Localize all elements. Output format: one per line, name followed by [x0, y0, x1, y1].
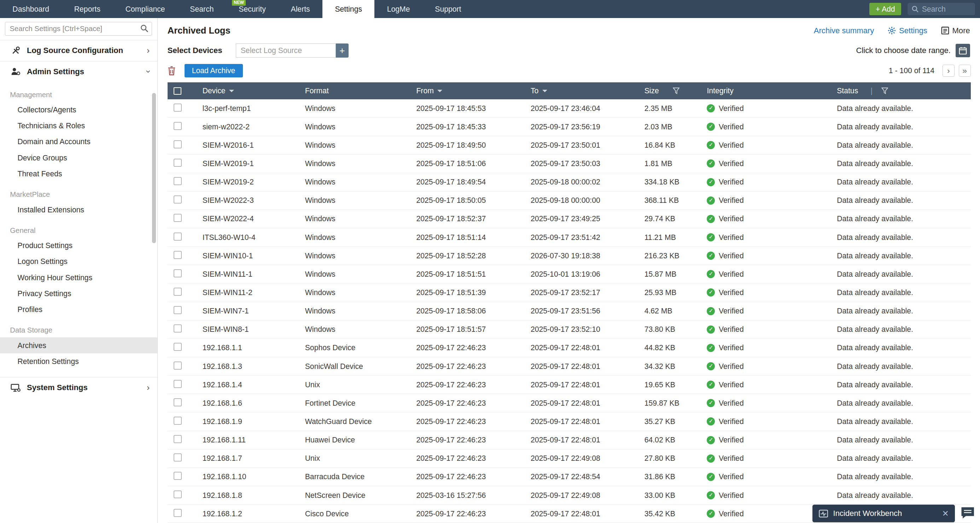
sidebar-item-archives[interactable]: Archives [0, 337, 158, 353]
table-row: SIEM-W2022-4Windows2025-09-17 18:52:3720… [167, 210, 971, 228]
nav-tab-alerts[interactable]: Alerts [278, 0, 323, 18]
row-checkbox[interactable] [173, 269, 182, 277]
row-checkbox[interactable] [173, 103, 182, 112]
sidebar-item-admin-settings[interactable]: Admin Settings › [0, 62, 158, 82]
settings-link[interactable]: Settings [888, 26, 928, 35]
sidebar-item-profiles[interactable]: Profiles [0, 301, 158, 317]
incident-workbench-bar[interactable]: Incident Workbench ✕ [813, 505, 955, 522]
cell-status: Data already available. [832, 491, 971, 500]
select-all-checkbox[interactable] [173, 87, 181, 95]
row-checkbox[interactable] [173, 472, 182, 480]
table-row: 192.168.1.1Sophos Device2025-09-17 22:46… [167, 339, 971, 357]
sidebar-item-privacy-settings[interactable]: Privacy Settings [0, 286, 158, 301]
filter-funnel-icon[interactable] [673, 87, 679, 94]
close-icon[interactable]: ✕ [942, 509, 948, 518]
row-checkbox[interactable] [173, 343, 182, 351]
chat-bubble-icon[interactable] [960, 506, 977, 520]
row-checkbox[interactable] [173, 288, 182, 296]
nav-tab-compliance[interactable]: Compliance [113, 0, 178, 18]
sidebar-scrollbar[interactable] [152, 93, 156, 243]
row-checkbox[interactable] [173, 435, 182, 443]
nav-tab-support[interactable]: Support [423, 0, 474, 18]
integrity-label: Verified [719, 325, 744, 334]
integrity-label: Verified [719, 417, 744, 426]
column-header-integrity[interactable]: Integrity [702, 87, 832, 95]
column-header-size[interactable]: Size [640, 87, 702, 95]
sidebar-section-title: MarketPlace [10, 191, 157, 199]
row-checkbox[interactable] [173, 214, 182, 222]
last-page-button[interactable]: » [959, 65, 971, 77]
row-checkbox[interactable] [173, 453, 182, 461]
add-log-source-button[interactable]: + [336, 43, 348, 58]
incident-workbench-label: Incident Workbench [833, 509, 937, 518]
row-checkbox[interactable] [173, 491, 182, 499]
cell-device: l3c-perf-temp1 [195, 104, 300, 113]
nav-search-box[interactable]: Search [907, 3, 975, 15]
more-menu[interactable]: More [941, 26, 970, 35]
row-checkbox[interactable] [173, 324, 182, 332]
load-archive-button[interactable]: Load Archive [185, 64, 243, 77]
sidebar-item-device-groups[interactable]: Device Groups [0, 150, 158, 166]
row-checkbox[interactable] [173, 306, 182, 314]
sidebar-item-threat-feeds[interactable]: Threat Feeds [0, 166, 158, 182]
settings-search-input[interactable] [5, 22, 152, 36]
sidebar-item-domain-and-accounts[interactable]: Domain and Accounts [0, 134, 158, 150]
cell-device: SIEM-W2022-4 [195, 215, 300, 223]
nav-tab-logme[interactable]: LogMe [374, 0, 423, 18]
integrity-label: Verified [719, 472, 744, 481]
next-page-button[interactable]: › [942, 65, 955, 77]
row-checkbox[interactable] [173, 140, 182, 148]
column-header-format[interactable]: Format [300, 87, 412, 95]
more-icon [941, 27, 949, 35]
calendar-button[interactable] [956, 44, 970, 57]
row-checkbox[interactable] [173, 251, 182, 259]
delete-button[interactable] [167, 66, 176, 76]
sidebar-section-title: General [10, 227, 157, 235]
cell-to: 2025-09-17 23:51:56 [526, 307, 640, 315]
row-checkbox[interactable] [173, 196, 182, 203]
row-checkbox[interactable] [173, 380, 182, 388]
archive-summary-link[interactable]: Archive summary [814, 26, 874, 35]
filter-funnel-icon[interactable] [881, 87, 888, 94]
table-row: siem-w2022-2Windows2025-09-17 18:45:3320… [167, 118, 971, 136]
row-checkbox[interactable] [173, 159, 182, 167]
row-checkbox[interactable] [173, 232, 182, 241]
cell-format: Windows [300, 288, 412, 297]
nav-tab-security[interactable]: NEWSecurity [226, 0, 278, 18]
sidebar-item-working-hour-settings[interactable]: Working Hour Settings [0, 270, 158, 286]
row-checkbox[interactable] [173, 416, 182, 425]
column-header-device[interactable]: Device [195, 87, 300, 95]
cell-from: 2025-09-17 22:46:23 [411, 436, 526, 444]
sidebar-item-collectors-agents[interactable]: Collectors/Agents [0, 102, 158, 118]
more-label: More [952, 26, 970, 35]
cell-format: Windows [300, 122, 412, 131]
sidebar-item-technicians-roles[interactable]: Technicians & Roles [0, 118, 158, 134]
nav-tab-settings[interactable]: Settings [323, 0, 374, 18]
nav-tab-dashboard[interactable]: Dashboard [0, 0, 62, 18]
column-header-from[interactable]: From [411, 87, 526, 95]
column-header-to[interactable]: To [526, 87, 640, 95]
sidebar-item-logon-settings[interactable]: Logon Settings [0, 254, 158, 270]
nav-tab-search[interactable]: Search [178, 0, 226, 18]
main-header: Archived Logs Archive summary Settings M… [158, 18, 980, 42]
column-header-status[interactable]: Status | [832, 87, 971, 95]
row-checkbox[interactable] [173, 509, 182, 517]
sidebar-item-installed-extensions[interactable]: Installed Extensions [0, 202, 158, 218]
sidebar-item-retention-settings[interactable]: Retention Settings [0, 353, 158, 369]
cell-to: 2025-09-17 23:51:42 [526, 233, 640, 242]
row-checkbox[interactable] [173, 122, 182, 130]
verified-check-icon: ✓ [707, 233, 715, 242]
nav-tab-reports[interactable]: Reports [62, 0, 113, 18]
log-source-input[interactable] [236, 43, 336, 58]
sidebar-item-system-settings[interactable]: System Settings › [0, 377, 158, 398]
row-checkbox[interactable] [173, 361, 182, 370]
sidebar-item-product-settings[interactable]: Product Settings [0, 238, 158, 254]
sidebar-item-log-source-configuration[interactable]: Log Source Configuration › [0, 40, 158, 61]
row-checkbox[interactable] [173, 398, 182, 406]
cell-from: 2025-09-17 22:46:23 [411, 381, 526, 389]
add-button[interactable]: + Add [869, 3, 901, 15]
verified-check-icon: ✓ [707, 159, 715, 167]
verified-check-icon: ✓ [707, 381, 715, 389]
row-checkbox[interactable] [173, 177, 182, 185]
integrity-label: Verified [719, 178, 744, 186]
